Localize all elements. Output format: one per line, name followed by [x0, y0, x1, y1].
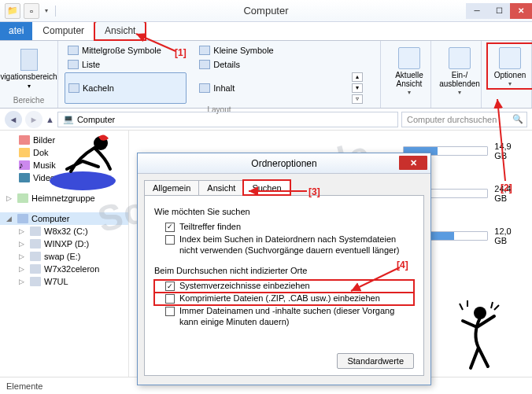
videos-icon [19, 173, 30, 182]
ribbon: vigationsbereich ▾ Bereiche Mittelgroße … [0, 41, 532, 109]
tree-drive-2[interactable]: ▷swap (E:) [0, 250, 128, 263]
tree-computer[interactable]: ◢Computer [0, 212, 128, 225]
documents-icon [19, 148, 30, 157]
expand-icon[interactable]: ▷ [19, 265, 27, 273]
svg-line-1 [497, 99, 505, 181]
svg-line-0 [136, 34, 175, 51]
drive-icon [30, 277, 41, 286]
qat-sep [55, 6, 56, 17]
layout-scroll-down[interactable]: ▾ [352, 83, 363, 93]
annotation-4: [4] [397, 260, 408, 271]
layout-small[interactable]: Kleine Symbole [196, 44, 299, 57]
layout-tiles[interactable]: Kacheln [65, 72, 187, 104]
checkbox-icon [165, 235, 175, 245]
chk-always-contents[interactable]: Immer Dateinamen und -inhalte suchen (di… [154, 305, 414, 329]
nav-up-button[interactable]: ▲ [46, 115, 54, 124]
drive-icon [30, 264, 41, 274]
chk-partial-matches[interactable]: Teiltreffer finden [154, 221, 414, 234]
tree-videos[interactable]: Videos [0, 171, 128, 184]
tree-pictures[interactable]: Bilder [0, 134, 128, 146]
navigation-tree: Bilder Dok ♪Musik Videos ▷Heimnetzgruppe… [0, 131, 129, 377]
annotation-arrow-3 [244, 185, 315, 199]
svg-line-3 [351, 267, 400, 291]
tree-homegroup[interactable]: ▷Heimnetzgruppe [0, 192, 128, 204]
music-icon: ♪ [19, 160, 30, 170]
nav-pane-label: vigationsbereich [0, 72, 57, 81]
details-icon [199, 60, 210, 69]
qat-dropdown-icon[interactable]: ▾ [42, 7, 50, 14]
layout-expand[interactable]: ▿ [352, 94, 363, 104]
layout-details[interactable]: Details [196, 58, 299, 71]
list-icon [68, 60, 79, 69]
tab-computer[interactable]: Computer [32, 21, 94, 40]
show-hide-button[interactable]: Ein-/ ausblenden ▾ [438, 44, 482, 97]
maximize-button[interactable]: ☐ [488, 3, 510, 19]
pictures-icon [19, 135, 30, 145]
annotation-2: [2] [501, 182, 512, 193]
qat-folder-icon[interactable]: 📁 [5, 3, 20, 19]
tree-drive-0[interactable]: ▷W8x32 (C:) [0, 225, 128, 238]
group-show-hide: Ein-/ ausblenden ▾ [431, 41, 482, 108]
checkbox-icon [165, 282, 175, 291]
group-label-bereiche: Bereiche [6, 94, 51, 105]
current-view-button[interactable]: Aktuelle Ansicht ▾ [387, 44, 431, 97]
collapse-icon[interactable]: ◢ [6, 215, 14, 223]
annotation-arrow-2 [488, 94, 519, 190]
nav-forward-button[interactable]: ► [25, 111, 42, 128]
dlg-tab-general[interactable]: Allgemein [144, 180, 199, 195]
window-titlebar: 📁 ▫ ▾ Computer ─ ☐ ✕ [0, 0, 532, 22]
tree-drive-4[interactable]: ▷W7UL [0, 275, 128, 288]
layout-content[interactable]: Inhalt [196, 72, 299, 104]
medium-icons-icon [68, 46, 79, 55]
close-button[interactable]: ✕ [510, 3, 532, 19]
defaults-button[interactable]: Standardwerte [337, 353, 414, 369]
search-placeholder: Computer durchsuchen [407, 115, 497, 124]
expand-icon[interactable]: ▷ [19, 278, 27, 285]
tree-music[interactable]: ♪Musik [0, 159, 128, 171]
expand-icon[interactable]: ▷ [6, 194, 14, 202]
current-view-icon [398, 47, 420, 69]
tree-documents[interactable]: Dok [0, 146, 128, 159]
status-text: Elemente [6, 381, 42, 391]
computer-icon [17, 214, 28, 223]
pc-icon: 💻 [63, 114, 74, 124]
tab-file[interactable]: atei [0, 21, 32, 40]
expand-icon[interactable]: ▷ [19, 227, 27, 235]
quick-access-toolbar: 📁 ▫ ▾ [0, 3, 57, 19]
chevron-down-icon: ▾ [408, 90, 411, 97]
options-icon [499, 47, 521, 69]
dlg-tab-view[interactable]: Ansicht [198, 180, 244, 195]
group-layout: Mittelgroße Symbole Kleine Symbole Liste… [58, 41, 381, 108]
group-current-view: Aktuelle Ansicht ▾ [381, 41, 431, 108]
show-hide-icon [449, 47, 471, 69]
tiles-icon [68, 83, 79, 93]
tree-drive-3[interactable]: ▷W7x32celeron [0, 263, 128, 275]
expand-icon[interactable]: ▷ [19, 252, 27, 260]
chevron-down-icon: ▾ [508, 81, 512, 88]
group-panes: vigationsbereich ▾ Bereiche [0, 41, 58, 108]
section-how-search: Wie möchten Sie suchen [154, 207, 414, 216]
homegroup-icon [17, 193, 28, 203]
chk-no-index[interactable]: Index beim Suchen in Dateiordnern nach S… [154, 234, 414, 257]
layout-grid: Mittelgroße Symbole Kleine Symbole Liste… [65, 44, 374, 104]
breadcrumb[interactable]: 💻 Computer [57, 112, 398, 127]
minimize-button[interactable]: ─ [466, 3, 488, 19]
layout-scroll-up[interactable]: ▴ [352, 72, 363, 82]
expand-icon[interactable]: ▷ [19, 240, 27, 248]
annotation-arrow-4 [346, 266, 409, 299]
drive-free-text: 12,0 GB [494, 226, 526, 245]
checkbox-icon [165, 307, 175, 316]
drive-icon [30, 226, 41, 236]
layout-list[interactable]: Liste [65, 58, 187, 71]
dialog-close-button[interactable]: ✕ [399, 156, 427, 170]
content-icon [199, 83, 210, 93]
checkbox-icon [165, 223, 175, 232]
dialog-titlebar: Ordneroptionen ✕ [138, 153, 430, 174]
qat-page-icon[interactable]: ▫ [24, 3, 39, 19]
navigation-pane-button[interactable]: vigationsbereich ▾ [6, 44, 51, 90]
ribbon-tabs: atei Computer Ansicht [0, 22, 532, 41]
window-title: Computer [243, 5, 288, 17]
tree-drive-1[interactable]: ▷WINXP (D:) [0, 238, 128, 250]
options-button[interactable]: Optionen ▾ [488, 44, 532, 88]
nav-back-button[interactable]: ◄ [5, 111, 22, 128]
